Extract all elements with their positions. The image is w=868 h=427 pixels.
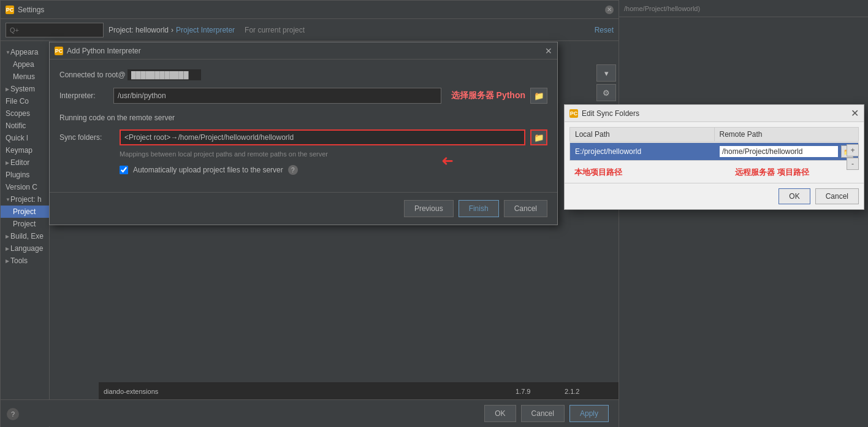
remote-path-header: Remote Path (715, 128, 859, 141)
breadcrumb-part1: Project: helloworld (108, 26, 169, 34)
add-interpreter-titlebar: PC Add Python Interpreter ✕ (50, 42, 557, 60)
sidebar-item-tools[interactable]: ▶ Tools (1, 255, 49, 267)
sync-folders-label: Sync folders: (59, 133, 115, 142)
sidebar-item-language[interactable]: ▶ Language (1, 242, 49, 255)
top-path-text: /home/Project/helloworld) (624, 5, 700, 12)
sidebar-item-editor[interactable]: ▶ Editor (1, 156, 49, 169)
sidebar-item-keymap[interactable]: Keymap (1, 144, 49, 156)
sidebar-item-appea[interactable]: Appea (1, 58, 49, 71)
sync-browse-button[interactable]: 📁 (530, 129, 547, 145)
previous-button[interactable]: Previous (404, 200, 454, 217)
sidebar-item-project[interactable]: ▼ Project: h (1, 193, 49, 206)
sidebar-item-fileco[interactable]: File Co (1, 95, 49, 107)
settings-sidebar: ▼ Appeara Appea Menus ▶ System File Co S… (1, 41, 50, 427)
annotations-row: 本地项目路径 远程服务器 项目路径 (569, 163, 859, 178)
running-code-section: Running code on the remote server Sync f… (59, 113, 547, 175)
add-interpreter-title-text: Add Python Interpreter (67, 47, 141, 55)
sync-table-header: Local Path Remote Path (569, 127, 859, 142)
package-table-row: diando-extensions 1.7.9 2.1.2 (99, 382, 619, 401)
local-path-header: Local Path (570, 128, 715, 141)
edit-sync-ok-button[interactable]: OK (779, 188, 810, 204)
edit-sync-title-area: PC Edit Sync Folders (569, 109, 639, 118)
connected-row: Connected to root@ ████████████ (59, 69, 547, 80)
interpreter-path-input[interactable] (113, 88, 441, 104)
edit-sync-close-button[interactable]: ✕ (851, 109, 859, 118)
package-latest: 2.1.2 (565, 388, 614, 395)
annotation-local: 本地项目路径 (574, 167, 622, 178)
connected-label: Connected to root@ (59, 71, 126, 79)
settings-footer: OK Cancel Apply (1, 399, 619, 426)
settings-apply-button[interactable]: Apply (569, 405, 609, 422)
sidebar-item-build[interactable]: ▶ Build, Exe (1, 230, 49, 242)
sidebar-item-menus[interactable]: Menus (1, 71, 49, 83)
package-version: 1.7.9 (516, 388, 565, 395)
interpreter-row: Interpreter: 选择服务器 Python 📁 (59, 88, 547, 104)
top-path-bar: /home/Project/helloworld) (619, 0, 868, 17)
sync-folders-input[interactable] (120, 129, 525, 145)
choose-python-hint: 选择服务器 Python (451, 90, 525, 101)
sidebar-item-notific[interactable]: Notific (1, 120, 49, 132)
add-interpreter-icon: PC (55, 47, 63, 55)
edit-sync-cancel-button[interactable]: Cancel (815, 188, 859, 204)
sync-table-row: E:/project/helloworld 📁 (569, 142, 859, 161)
settings-titlebar: PC Settings ✕ (1, 1, 619, 19)
breadcrumb-separator: › (171, 26, 173, 34)
breadcrumb-tab: For current project (245, 26, 305, 34)
annotation-remote: 远程服务器 项目路径 (735, 167, 809, 178)
breadcrumb: Project: helloworld › Project Interprete… (108, 26, 305, 34)
add-interpreter-body: Connected to root@ ████████████ Interpre… (50, 60, 557, 192)
add-interpreter-footer: Previous Finish Cancel (50, 192, 557, 225)
interpreter-browse-button[interactable]: 📁 (530, 88, 547, 104)
settings-toolbar: Project: helloworld › Project Interprete… (1, 19, 619, 41)
reset-button[interactable]: Reset (595, 26, 614, 34)
add-interpreter-title-area: PC Add Python Interpreter (55, 47, 141, 55)
breadcrumb-part2: Project Interpreter (176, 26, 235, 34)
edit-sync-icon: PC (569, 109, 578, 118)
edit-sync-body: Local Path Remote Path E:/project/hellow… (565, 122, 864, 183)
package-name: diando-extensions (104, 388, 516, 395)
sync-folders-row: Sync folders: 📁 (59, 129, 547, 145)
sidebar-item-appearance[interactable]: ▼ Appeara (1, 46, 49, 58)
sidebar-item-project-interpreter[interactable]: Project (1, 206, 49, 218)
mapping-hint: Mappings between local project paths and… (120, 150, 547, 158)
interpreter-dropdown-btn[interactable]: ▾ (596, 64, 616, 82)
auto-upload-row: Automatically upload project files to th… (120, 165, 547, 175)
sidebar-item-system[interactable]: ▶ System (1, 83, 49, 95)
help-icon[interactable]: ? (7, 408, 19, 420)
local-path-cell: E:/project/helloworld (570, 143, 714, 160)
auto-upload-label: Automatically upload project files to th… (133, 166, 283, 174)
red-arrow-annotation: ➜ (441, 152, 454, 169)
settings-ok-button[interactable]: OK (484, 405, 516, 422)
finish-button[interactable]: Finish (459, 200, 499, 217)
running-code-label: Running code on the remote server (59, 113, 547, 122)
sidebar-item-versionc[interactable]: Version C (1, 181, 49, 193)
add-interpreter-dialog: PC Add Python Interpreter ✕ Connected to… (49, 42, 558, 225)
checkbox-help-icon[interactable]: ? (288, 165, 298, 175)
settings-cancel-button[interactable]: Cancel (521, 405, 565, 422)
local-path-value: E:/project/helloworld (575, 147, 641, 156)
settings-gear-btn[interactable]: ⚙ (596, 84, 616, 101)
edit-sync-title-text: Edit Sync Folders (582, 109, 639, 118)
sidebar-item-plugins[interactable]: Plugins (1, 169, 49, 181)
interpreter-cancel-button[interactable]: Cancel (504, 200, 547, 217)
settings-title-area: PC Settings (6, 6, 44, 14)
settings-search-input[interactable] (6, 23, 104, 37)
settings-app-icon: PC (6, 6, 14, 14)
edit-sync-dialog: PC Edit Sync Folders ✕ Local Path Remote… (564, 104, 864, 210)
sidebar-tree: ▼ Appeara Appea Menus ▶ System File Co S… (1, 44, 49, 269)
sidebar-item-scopes[interactable]: Scopes (1, 107, 49, 120)
edit-sync-titlebar: PC Edit Sync Folders ✕ (565, 105, 864, 122)
sidebar-item-project-structure[interactable]: Project (1, 218, 49, 230)
settings-title-text: Settings (18, 6, 44, 14)
add-row-button[interactable]: + (847, 144, 859, 156)
add-interpreter-close-button[interactable]: ✕ (545, 46, 552, 56)
edit-sync-footer: OK Cancel (565, 183, 864, 209)
sidebar-item-quickl[interactable]: Quick l (1, 132, 49, 144)
remote-path-cell: 📁 (714, 143, 858, 160)
settings-close-button[interactable]: ✕ (605, 6, 614, 14)
auto-upload-checkbox[interactable] (120, 166, 128, 174)
interpreter-label: Interpreter: (59, 91, 108, 100)
remote-path-input[interactable] (719, 145, 839, 158)
connected-value: ████████████ (128, 69, 201, 80)
